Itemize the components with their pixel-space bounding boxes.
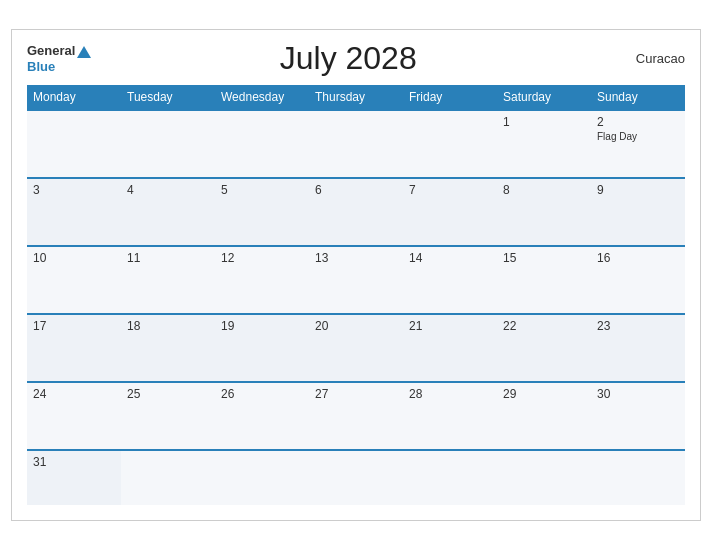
weekday-header-row: Monday Tuesday Wednesday Thursday Friday… bbox=[27, 85, 685, 110]
calendar-cell: 10 bbox=[27, 246, 121, 314]
calendar-cell bbox=[27, 110, 121, 178]
calendar-cell: 22 bbox=[497, 314, 591, 382]
day-number: 4 bbox=[127, 183, 209, 197]
day-number: 6 bbox=[315, 183, 397, 197]
calendar-cell: 29 bbox=[497, 382, 591, 450]
header-thursday: Thursday bbox=[309, 85, 403, 110]
day-number: 26 bbox=[221, 387, 303, 401]
day-number: 15 bbox=[503, 251, 585, 265]
calendar-cell: 19 bbox=[215, 314, 309, 382]
header-sunday: Sunday bbox=[591, 85, 685, 110]
day-number: 28 bbox=[409, 387, 491, 401]
day-number: 11 bbox=[127, 251, 209, 265]
calendar-week-row: 31 bbox=[27, 450, 685, 505]
calendar-week-row: 24252627282930 bbox=[27, 382, 685, 450]
logo: General Blue bbox=[27, 43, 91, 74]
day-number: 10 bbox=[33, 251, 115, 265]
calendar-cell: 7 bbox=[403, 178, 497, 246]
day-number: 20 bbox=[315, 319, 397, 333]
day-event: Flag Day bbox=[597, 131, 679, 142]
day-number: 14 bbox=[409, 251, 491, 265]
day-number: 25 bbox=[127, 387, 209, 401]
calendar-cell: 31 bbox=[27, 450, 121, 505]
day-number: 29 bbox=[503, 387, 585, 401]
calendar-cell: 16 bbox=[591, 246, 685, 314]
calendar-cell: 30 bbox=[591, 382, 685, 450]
calendar-cell: 8 bbox=[497, 178, 591, 246]
day-number: 7 bbox=[409, 183, 491, 197]
header-friday: Friday bbox=[403, 85, 497, 110]
calendar-week-row: 12Flag Day bbox=[27, 110, 685, 178]
calendar-cell bbox=[121, 110, 215, 178]
calendar-cell: 12 bbox=[215, 246, 309, 314]
calendar-cell: 27 bbox=[309, 382, 403, 450]
calendar-cell: 6 bbox=[309, 178, 403, 246]
calendar-cell bbox=[215, 450, 309, 505]
logo-triangle-icon bbox=[77, 46, 91, 58]
calendar-cell: 18 bbox=[121, 314, 215, 382]
header-tuesday: Tuesday bbox=[121, 85, 215, 110]
header-monday: Monday bbox=[27, 85, 121, 110]
day-number: 23 bbox=[597, 319, 679, 333]
calendar-cell bbox=[497, 450, 591, 505]
calendar-cell: 26 bbox=[215, 382, 309, 450]
calendar-cell bbox=[121, 450, 215, 505]
calendar-cell: 21 bbox=[403, 314, 497, 382]
calendar-cell bbox=[403, 450, 497, 505]
calendar-cell bbox=[309, 450, 403, 505]
calendar-location: Curacao bbox=[605, 51, 685, 66]
calendar-cell: 24 bbox=[27, 382, 121, 450]
calendar-cell: 28 bbox=[403, 382, 497, 450]
day-number: 2 bbox=[597, 115, 679, 129]
day-number: 30 bbox=[597, 387, 679, 401]
calendar-week-row: 3456789 bbox=[27, 178, 685, 246]
day-number: 17 bbox=[33, 319, 115, 333]
calendar-cell bbox=[591, 450, 685, 505]
calendar-cell: 13 bbox=[309, 246, 403, 314]
day-number: 27 bbox=[315, 387, 397, 401]
logo-general-text: General bbox=[27, 43, 75, 58]
calendar-cell: 1 bbox=[497, 110, 591, 178]
calendar-cell: 5 bbox=[215, 178, 309, 246]
calendar-cell bbox=[215, 110, 309, 178]
day-number: 18 bbox=[127, 319, 209, 333]
day-number: 9 bbox=[597, 183, 679, 197]
calendar-cell bbox=[309, 110, 403, 178]
calendar-title: July 2028 bbox=[91, 40, 605, 77]
day-number: 1 bbox=[503, 115, 585, 129]
calendar-cell: 15 bbox=[497, 246, 591, 314]
calendar-cell: 25 bbox=[121, 382, 215, 450]
day-number: 16 bbox=[597, 251, 679, 265]
header-wednesday: Wednesday bbox=[215, 85, 309, 110]
calendar-cell: 2Flag Day bbox=[591, 110, 685, 178]
calendar-container: General Blue July 2028 Curacao Monday Tu… bbox=[11, 29, 701, 521]
calendar-cell: 4 bbox=[121, 178, 215, 246]
calendar-cell: 9 bbox=[591, 178, 685, 246]
logo-blue-text: Blue bbox=[27, 59, 55, 75]
calendar-header: General Blue July 2028 Curacao bbox=[27, 40, 685, 77]
calendar-cell: 14 bbox=[403, 246, 497, 314]
day-number: 21 bbox=[409, 319, 491, 333]
calendar-cell: 11 bbox=[121, 246, 215, 314]
calendar-cell: 3 bbox=[27, 178, 121, 246]
day-number: 19 bbox=[221, 319, 303, 333]
calendar-cell: 17 bbox=[27, 314, 121, 382]
calendar-cell: 23 bbox=[591, 314, 685, 382]
calendar-cell bbox=[403, 110, 497, 178]
calendar-week-row: 17181920212223 bbox=[27, 314, 685, 382]
day-number: 5 bbox=[221, 183, 303, 197]
day-number: 24 bbox=[33, 387, 115, 401]
calendar-cell: 20 bbox=[309, 314, 403, 382]
day-number: 12 bbox=[221, 251, 303, 265]
day-number: 31 bbox=[33, 455, 115, 469]
header-saturday: Saturday bbox=[497, 85, 591, 110]
day-number: 22 bbox=[503, 319, 585, 333]
day-number: 13 bbox=[315, 251, 397, 265]
day-number: 8 bbox=[503, 183, 585, 197]
calendar-week-row: 10111213141516 bbox=[27, 246, 685, 314]
calendar-grid: Monday Tuesday Wednesday Thursday Friday… bbox=[27, 85, 685, 505]
day-number: 3 bbox=[33, 183, 115, 197]
